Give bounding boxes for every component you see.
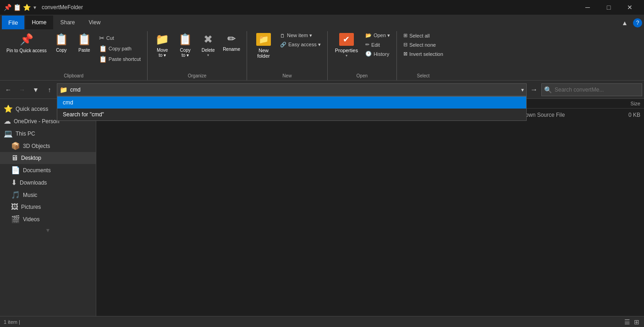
search-icon: 🔍 — [544, 86, 552, 93]
large-icons-view-button[interactable]: ⊞ — [633, 318, 640, 326]
close-button[interactable]: ✕ — [619, 0, 640, 15]
pin-to-quick-access-button[interactable]: 📌 Pin to Quick access — [4, 31, 50, 64]
paste-shortcut-icon: 📋 — [99, 55, 107, 63]
sidebar-item-desktop[interactable]: 🖥 Desktop — [0, 152, 96, 164]
sidebar-item-label: Downloads — [20, 180, 47, 186]
search-input[interactable] — [541, 83, 642, 96]
tab-home[interactable]: Home — [25, 16, 53, 29]
details-view-button[interactable]: ☰ — [623, 318, 631, 326]
pin-icon: 📌 — [20, 33, 33, 46]
open-button[interactable]: 📂 Open ▾ — [363, 31, 393, 40]
history-button[interactable]: 🕐 History — [363, 49, 392, 58]
status-item-count: 1 item | — [4, 319, 20, 325]
paste-button[interactable]: 📋 Paste — [73, 31, 95, 64]
delete-button[interactable]: ✖ Delete ▾ — [197, 31, 219, 59]
tab-view[interactable]: View — [83, 16, 107, 29]
easy-access-icon: 🔗 — [280, 42, 286, 48]
ribbon-collapse-button[interactable]: ▲ — [618, 16, 631, 29]
invert-selection-button[interactable]: ⊠ Invert selection — [401, 49, 446, 58]
sidebar-item-label: OneDrive - Person — [14, 118, 59, 125]
select-buttons: ⊞ Select all ⊟ Select none ⊠ Invert sele… — [401, 31, 446, 58]
address-bar[interactable] — [57, 83, 527, 96]
sidebar-item-documents[interactable]: 📄 Documents — [0, 164, 96, 176]
copy-icon: 📋 — [55, 33, 68, 46]
address-suggestions: cmd Search for "cmd" — [57, 96, 527, 121]
copy-to-icon: 📋 — [178, 33, 192, 46]
properties-button[interactable]: ✔ Properties ▾ — [331, 31, 362, 64]
sidebar-item-3d-objects[interactable]: 📦 3D Objects — [0, 140, 96, 152]
status-bar: 1 item | ☰ ⊞ — [0, 316, 644, 327]
pictures-icon: 🖼 — [11, 203, 18, 211]
column-size[interactable]: Size — [594, 101, 640, 106]
clipboard-small-buttons: ✂ Cut 📋 Copy path 📋 Paste shortcut — [96, 33, 143, 64]
star-icon: ⭐ — [23, 4, 31, 11]
open-group: ✔ Properties ▾ 📂 Open ▾ ✏ Edit 🕐 History — [328, 31, 397, 80]
sidebar-item-downloads[interactable]: ⬇ Downloads — [0, 176, 96, 189]
suggestion-item-cmd[interactable]: cmd — [57, 97, 526, 109]
move-to-button[interactable]: 📁 Move to ▾ — [151, 31, 173, 60]
sidebar-item-label: This PC — [16, 131, 35, 137]
edit-button[interactable]: ✏ Edit — [363, 40, 383, 49]
ribbon-expand-area: ▲ ? — [618, 16, 642, 29]
sidebar-item-label: Quick access — [16, 106, 48, 112]
copy-path-button[interactable]: 📋 Copy path — [96, 44, 143, 54]
sidebar-item-pictures[interactable]: 🖼 Pictures — [0, 201, 96, 213]
open-items: ✔ Properties ▾ 📂 Open ▾ ✏ Edit 🕐 History — [331, 31, 393, 72]
this-pc-icon: 💻 — [4, 129, 13, 138]
status-bar-right: ☰ ⊞ — [623, 318, 640, 326]
maximize-button[interactable]: □ — [598, 0, 619, 15]
dropdown-arrow-icon[interactable]: ▼ — [33, 5, 37, 10]
back-button[interactable]: ← — [2, 83, 15, 96]
select-all-button[interactable]: ⊞ Select all — [401, 31, 433, 40]
new-items: 📁 Newfolder 🗒 New item ▾ 🔗 Easy access ▾ — [251, 31, 324, 72]
select-group: ⊞ Select all ⊟ Select none ⊠ Invert sele… — [397, 31, 450, 80]
ribbon: 📌 Pin to Quick access 📋 Copy 📋 Paste ✂ C… — [0, 29, 644, 81]
downloads-icon: ⬇ — [11, 178, 17, 187]
ribbon-tabs: File Home Share View ▲ ? — [0, 15, 644, 29]
go-button[interactable]: → — [528, 83, 540, 96]
new-item-icon: 🗒 — [280, 33, 285, 38]
new-folder-button[interactable]: 📁 Newfolder — [251, 31, 276, 64]
sidebar-scroll-indicator: ▼ — [0, 225, 96, 235]
sidebar: ⭐ Quick access ☁ OneDrive - Person 💻 Thi… — [0, 99, 96, 316]
address-dropdown-icon[interactable]: ▼ — [520, 87, 525, 92]
new-item-button[interactable]: 🗒 New item ▾ — [277, 31, 315, 40]
move-to-icon: 📁 — [155, 33, 169, 46]
sidebar-item-music[interactable]: 🎵 Music — [0, 189, 96, 201]
new-item-button-group: 🗒 New item ▾ 🔗 Easy access ▾ — [277, 31, 324, 49]
sidebar-item-this-pc[interactable]: 💻 This PC — [0, 127, 96, 140]
sidebar-item-videos[interactable]: 🎬 Videos — [0, 213, 96, 225]
file-area: Name Date modified Type Size 📝 convertMe… — [96, 99, 644, 316]
title-controls: ─ □ ✕ — [577, 0, 640, 15]
sidebar-item-label: Documents — [23, 167, 51, 174]
select-all-icon: ⊞ — [403, 33, 407, 38]
suggestion-item-search[interactable]: Search for "cmd" — [57, 109, 526, 120]
select-none-button[interactable]: ⊟ Select none — [401, 40, 439, 49]
easy-access-button[interactable]: 🔗 Easy access ▾ — [277, 40, 324, 49]
copy-to-button[interactable]: 📋 Copy to ▾ — [174, 31, 196, 60]
documents-icon: 📄 — [11, 166, 20, 174]
rename-button[interactable]: ✏ Rename — [220, 31, 243, 64]
paste-icon: 📋 — [77, 33, 91, 46]
rename-icon: ✏ — [227, 33, 236, 45]
tab-share[interactable]: Share — [54, 16, 82, 29]
tab-file[interactable]: File — [2, 16, 24, 29]
videos-icon: 🎬 — [11, 215, 20, 223]
cut-icon: ✂ — [99, 34, 105, 42]
organize-label: Organize — [151, 72, 243, 80]
up-button[interactable]: ↑ — [43, 83, 56, 96]
delete-icon: ✖ — [204, 33, 213, 46]
sidebar-item-label: Videos — [23, 216, 39, 223]
ribbon-help-button[interactable]: ? — [633, 18, 642, 27]
recent-locations-button[interactable]: ▼ — [29, 83, 42, 96]
forward-button[interactable]: → — [16, 83, 28, 96]
main-content: ⭐ Quick access ☁ OneDrive - Person 💻 Thi… — [0, 99, 644, 316]
copy-button[interactable]: 📋 Copy — [50, 31, 72, 64]
3d-objects-icon: 📦 — [11, 142, 20, 150]
cut-button[interactable]: ✂ Cut — [96, 33, 143, 43]
clipboard-icon: 📋 — [13, 4, 21, 11]
edit-icon: ✏ — [365, 42, 369, 48]
paste-shortcut-button[interactable]: 📋 Paste shortcut — [96, 54, 143, 64]
title-bar: 📌 📋 ⭐ ▼ convertMeFolder ─ □ ✕ — [0, 0, 644, 15]
minimize-button[interactable]: ─ — [577, 0, 598, 15]
